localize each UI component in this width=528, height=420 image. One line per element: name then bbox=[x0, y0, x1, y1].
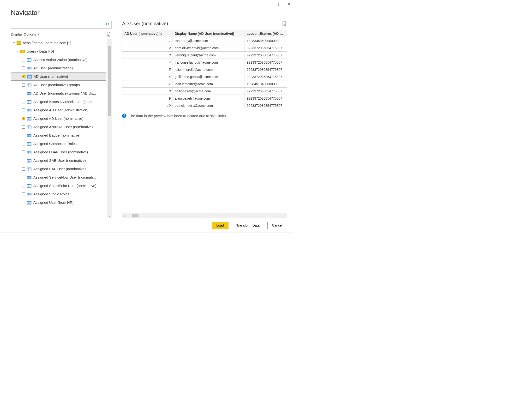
scroll-thumb[interactable] bbox=[108, 46, 111, 116]
tree-item-label: Access Authorization (nominative) bbox=[33, 58, 88, 62]
table-row[interactable]: 7jean.lemaitre@acme.com13284518400000000… bbox=[122, 80, 287, 88]
tree-item[interactable]: Assigned Badge (nominative) bbox=[11, 131, 106, 139]
svg-rect-58 bbox=[27, 134, 31, 135]
checkbox[interactable] bbox=[22, 192, 25, 196]
tree-item[interactable]: AD User (administration) bbox=[11, 64, 106, 72]
table-icon bbox=[27, 108, 31, 112]
table-icon bbox=[27, 150, 31, 154]
column-header[interactable]: AD User (nominative) Id bbox=[122, 30, 173, 37]
search-input[interactable] bbox=[11, 21, 112, 29]
display-options-dropdown[interactable]: Display Options ▼ bbox=[11, 32, 40, 36]
checkbox[interactable] bbox=[22, 167, 25, 171]
checkbox[interactable] bbox=[22, 92, 25, 95]
scroll-thumb[interactable] bbox=[132, 214, 138, 217]
table-row[interactable]: 3veronique.paul@acme.com9223372036854775… bbox=[122, 52, 287, 59]
cell-id: 8 bbox=[122, 88, 173, 95]
collapse-icon[interactable]: ▾ bbox=[16, 50, 19, 53]
table-row[interactable]: 4francoise.lacroix@acme.com9223372036854… bbox=[122, 59, 287, 66]
table-icon bbox=[27, 158, 31, 162]
checkbox[interactable] bbox=[22, 58, 25, 61]
tree-item[interactable]: Assigned Access Authorization (nomi... bbox=[11, 97, 106, 106]
tree-item[interactable]: Assigned SharePoint User (nominative) bbox=[11, 181, 106, 190]
tree-item[interactable]: Assigned AD User (administration) bbox=[11, 106, 106, 114]
checkbox[interactable]: ✓ bbox=[22, 117, 25, 120]
scroll-left-icon[interactable]: ‹ bbox=[124, 214, 125, 217]
cell-display-name: julien.morel1@acme.com bbox=[173, 66, 245, 73]
column-header[interactable]: accountExpires (AD Use bbox=[245, 30, 287, 37]
cell-display-name: adm.olivier.david@acme.com bbox=[173, 44, 245, 52]
tree-item[interactable]: Assigned AzureAD User (nominative) bbox=[11, 123, 106, 131]
scroll-up-icon[interactable]: ⌃ bbox=[107, 39, 112, 43]
svg-rect-82 bbox=[27, 168, 31, 168]
svg-rect-76 bbox=[27, 159, 31, 160]
tree-item[interactable]: AD User (nominative) groups bbox=[11, 81, 106, 89]
tree-root-node[interactable]: ▾ https://demo.usercube.com [2] bbox=[11, 39, 106, 47]
checkbox[interactable] bbox=[22, 100, 25, 103]
checkbox[interactable] bbox=[22, 159, 25, 162]
tree-group-label: Users - Data [45] bbox=[27, 49, 54, 53]
checkbox[interactable] bbox=[22, 134, 25, 137]
tree-view[interactable]: ▾ https://demo.usercube.com [2] ▾ Users … bbox=[11, 39, 112, 218]
svg-rect-64 bbox=[27, 143, 31, 143]
table-icon bbox=[27, 91, 31, 95]
checkbox[interactable] bbox=[22, 150, 25, 154]
tree-item[interactable]: Assigned Single Roles bbox=[11, 190, 106, 198]
checkbox[interactable] bbox=[22, 184, 25, 187]
tree-item[interactable]: Assigned Composite Roles bbox=[11, 139, 106, 148]
tree-item[interactable]: Assigned SAB User (nominative) bbox=[11, 156, 106, 165]
cancel-button[interactable]: Cancel bbox=[267, 222, 287, 229]
table-row[interactable]: 6guillaume.garcia@acme.com92233720368547… bbox=[122, 73, 287, 80]
svg-rect-40 bbox=[27, 109, 31, 110]
checkbox[interactable]: ✓ bbox=[22, 75, 25, 78]
tree-item-label: Assigned Single Roles bbox=[33, 192, 69, 196]
column-header[interactable]: Display Name (AD User (nominative)) bbox=[173, 30, 245, 37]
tree-item-label: AD User (nominative) bbox=[34, 74, 68, 78]
checkbox[interactable] bbox=[22, 142, 25, 145]
table-icon bbox=[27, 167, 31, 171]
table-row[interactable]: 5julien.morel1@acme.com92233720368547758… bbox=[122, 66, 287, 73]
checkbox[interactable] bbox=[22, 201, 25, 204]
checkbox[interactable] bbox=[22, 176, 25, 179]
checkbox[interactable] bbox=[22, 125, 25, 129]
tree-item[interactable]: ✓AD User (nominative) bbox=[11, 72, 106, 81]
tree-item[interactable]: Assigned SAP User (nominative) bbox=[11, 165, 106, 173]
table-row[interactable]: 1robert.roy@acme.com132834636000000000 bbox=[122, 37, 287, 44]
maximize-icon[interactable]: ▢ bbox=[278, 2, 282, 6]
table-icon bbox=[27, 175, 31, 179]
table-row[interactable]: 9alain.payet@acme.com9223372036854775807 bbox=[122, 95, 287, 102]
refresh-preview-icon[interactable] bbox=[282, 21, 287, 26]
cell-display-name: alain.payet@acme.com bbox=[173, 95, 245, 102]
tree-group-node[interactable]: ▾ Users - Data [45] bbox=[11, 47, 106, 55]
tree-item-label: Assigned SharePoint User (nominative) bbox=[33, 184, 96, 188]
table-row[interactable]: 8philippe.rey@acme.com922337203685477580… bbox=[122, 88, 287, 95]
refresh-sheet-icon[interactable] bbox=[106, 31, 112, 37]
table-icon bbox=[27, 100, 31, 104]
close-icon[interactable]: ✕ bbox=[287, 2, 290, 6]
tree-item[interactable]: Access Authorization (nominative) bbox=[11, 55, 106, 64]
tree-vertical-scrollbar[interactable]: ⌃ ⌄ bbox=[107, 39, 112, 218]
table-row[interactable]: 10patrick.huet1@acme.com9223372036854775… bbox=[122, 102, 287, 109]
checkbox[interactable] bbox=[22, 83, 25, 87]
table-row[interactable]: 2adm.olivier.david@acme.com9223372036854… bbox=[122, 44, 287, 52]
checkbox[interactable] bbox=[22, 108, 25, 112]
search-icon[interactable] bbox=[106, 22, 110, 27]
scroll-right-icon[interactable]: › bbox=[284, 214, 286, 217]
tree-item[interactable]: AD User (nominative) groups / AD Us... bbox=[11, 89, 106, 97]
cell-display-name: patrick.huet1@acme.com bbox=[173, 102, 245, 109]
cell-display-name: robert.roy@acme.com bbox=[173, 37, 245, 44]
svg-rect-94 bbox=[27, 185, 31, 185]
cell-account-expires: 9223372036854775807 bbox=[245, 102, 287, 109]
svg-rect-34 bbox=[27, 101, 31, 101]
tree-item[interactable]: Assigned User (from HR) bbox=[11, 198, 106, 207]
tree-item[interactable]: Assigned LDAP User (nominative) bbox=[11, 148, 106, 156]
scroll-down-icon[interactable]: ⌄ bbox=[107, 214, 112, 218]
preview-title: AD User (nominative) bbox=[122, 21, 168, 26]
transform-data-button[interactable]: Transform Data bbox=[232, 222, 264, 229]
tree-item[interactable]: ✓Assigned AD User (nominative) bbox=[11, 114, 106, 123]
tree-item[interactable]: Assigned ServiceNow User (nominati... bbox=[11, 173, 106, 181]
collapse-icon[interactable]: ▾ bbox=[12, 42, 16, 44]
tree-root-label: https://demo.usercube.com [2] bbox=[23, 41, 71, 45]
preview-horizontal-scrollbar[interactable]: ‹ › bbox=[122, 213, 287, 218]
load-button[interactable]: Load bbox=[212, 222, 228, 229]
checkbox[interactable] bbox=[22, 66, 25, 70]
